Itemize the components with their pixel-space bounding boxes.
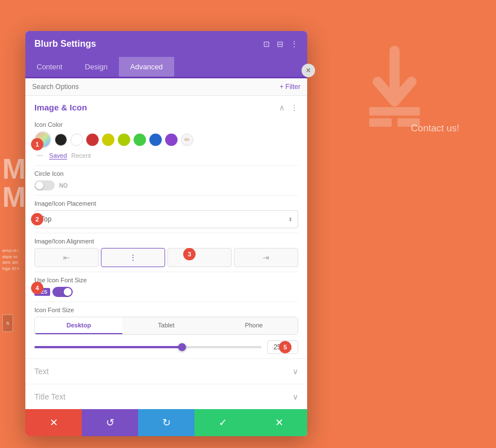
color-swatch-red[interactable] bbox=[86, 134, 99, 146]
yes-toggle-thumb bbox=[64, 288, 72, 296]
svg-rect-1 bbox=[369, 118, 392, 127]
section-header-image-icon: Image & Icon ∧ ⋮ bbox=[25, 96, 307, 117]
device-tab-tablet[interactable]: Tablet bbox=[122, 317, 210, 334]
circle-icon-no-label: NO bbox=[59, 183, 68, 189]
settings-panel: Blurb Settings ⊡ ⊟ ⋮ Content Design Adva… bbox=[25, 31, 307, 436]
alignment-label: Image/Icon Alignment bbox=[34, 238, 298, 245]
tab-content[interactable]: Content bbox=[25, 57, 74, 77]
align-center-btn[interactable]: ⋮ bbox=[101, 248, 165, 267]
panel-outside-close[interactable]: ✕ bbox=[302, 64, 315, 77]
section-header-controls: ∧ ⋮ bbox=[279, 103, 298, 112]
panel-tabs: Content Design Advanced bbox=[25, 57, 307, 78]
placement-select-wrapper: Top ⬍ bbox=[34, 210, 298, 228]
circle-icon-toggle[interactable] bbox=[34, 180, 55, 190]
icon-font-size-label: Icon Font Size bbox=[34, 307, 298, 313]
icon-font-size-setting: Icon Font Size Desktop Tablet Phone 250p… bbox=[25, 302, 307, 358]
tab-design[interactable]: Design bbox=[74, 57, 119, 77]
yes-toggle-switch[interactable] bbox=[52, 287, 73, 297]
icon-color-label: Icon Color bbox=[34, 121, 298, 128]
section-title: Image & Icon bbox=[34, 103, 87, 112]
bottom-toolbar: ✕ ↺ ↻ ✓ ✕ bbox=[25, 409, 307, 436]
placement-setting: Image/Icon Placement Top ⬍ bbox=[25, 196, 307, 233]
step-badge-4: 4 bbox=[31, 282, 43, 294]
undo-button[interactable]: ↺ bbox=[82, 409, 138, 436]
circle-icon-label: Circle Icon bbox=[34, 170, 298, 177]
slider-thumb[interactable] bbox=[178, 343, 186, 351]
icon-font-size-toggle-setting: Use Icon Font Size YES bbox=[25, 272, 307, 301]
delete-button[interactable]: ✕ bbox=[25, 409, 82, 436]
title-text-section-title: Title Text bbox=[34, 392, 65, 401]
cta-button[interactable]: S bbox=[2, 314, 13, 332]
contact-text: Contact us! bbox=[411, 123, 459, 134]
color-swatch-green[interactable] bbox=[134, 134, 146, 146]
slider-track[interactable] bbox=[34, 346, 262, 348]
left-letters: MM bbox=[2, 155, 26, 211]
search-input[interactable] bbox=[32, 83, 280, 91]
icon-font-size-toggle-label: Use Icon Font Size bbox=[34, 277, 298, 283]
title-text-section-chevron: ∨ bbox=[293, 392, 298, 401]
text-section-chevron: ∨ bbox=[293, 367, 298, 376]
circle-icon-toggle-row: NO bbox=[34, 180, 298, 190]
expand-icon[interactable]: ⊡ bbox=[263, 39, 270, 48]
collapse-icon[interactable]: ∧ bbox=[279, 103, 285, 112]
step-badge-5: 5 bbox=[279, 341, 291, 353]
color-swatch-yellow-green[interactable] bbox=[118, 134, 130, 146]
alignment-buttons: ⇤ ⋮ ⇥ bbox=[34, 248, 298, 267]
placement-label: Image/Icon Placement bbox=[34, 200, 298, 207]
slider-fill bbox=[34, 346, 182, 348]
columns-icon[interactable]: ⊟ bbox=[277, 39, 284, 48]
placement-select[interactable]: Top bbox=[34, 210, 298, 228]
title-text-section[interactable]: Title Text ∨ bbox=[25, 384, 307, 409]
more-dots[interactable]: ··· bbox=[37, 150, 42, 161]
color-swatch-purple[interactable] bbox=[165, 134, 178, 146]
more-icon[interactable]: ⋮ bbox=[290, 39, 298, 48]
device-tab-desktop[interactable]: Desktop bbox=[35, 317, 122, 334]
step-badge-3: 3 bbox=[183, 248, 196, 260]
toggle-thumb bbox=[36, 181, 43, 189]
color-swatches: ✏ bbox=[34, 131, 298, 148]
tab-advanced[interactable]: Advanced bbox=[119, 57, 174, 77]
search-bar: + Filter bbox=[25, 78, 307, 96]
saved-tab[interactable]: Saved bbox=[49, 152, 67, 159]
color-swatch-white[interactable] bbox=[70, 134, 83, 146]
redo-button[interactable]: ↻ bbox=[138, 409, 194, 436]
close-button[interactable]: ✕ bbox=[251, 409, 307, 436]
panel-title: Blurb Settings bbox=[34, 39, 96, 49]
panel-body: Image & Icon ∧ ⋮ Icon Color ✏ bbox=[25, 96, 307, 409]
step-badge-1: 1 bbox=[31, 138, 43, 150]
svg-rect-0 bbox=[369, 107, 420, 116]
alignment-setting: Image/Icon Alignment ⇤ ⋮ ⇥ bbox=[25, 233, 307, 272]
color-swatch-yellow[interactable] bbox=[102, 134, 114, 146]
device-tabs: Desktop Tablet Phone bbox=[34, 317, 298, 335]
align-left-btn[interactable]: ⇤ bbox=[34, 248, 99, 267]
align-outside-btn[interactable]: ⇥ bbox=[234, 248, 298, 267]
text-section[interactable]: Text ∨ bbox=[25, 358, 307, 384]
circle-icon-setting: Circle Icon NO bbox=[25, 166, 307, 195]
color-swatch-edit[interactable]: ✏ bbox=[181, 134, 193, 146]
color-swatch-blue[interactable] bbox=[149, 134, 162, 146]
recent-tab[interactable]: Recent bbox=[72, 152, 91, 159]
color-swatch-black[interactable] bbox=[55, 134, 67, 146]
download-icon bbox=[349, 39, 440, 130]
device-tab-phone[interactable]: Phone bbox=[210, 317, 298, 334]
panel-header: Blurb Settings ⊡ ⊟ ⋮ bbox=[25, 31, 307, 57]
slider-row: 250px bbox=[34, 340, 298, 354]
step-badge-2: 2 bbox=[31, 213, 43, 225]
text-section-title: Text bbox=[34, 367, 49, 376]
panel-header-icons: ⊡ ⊟ ⋮ bbox=[263, 39, 298, 48]
yes-toggle: YES bbox=[34, 287, 298, 297]
align-right-btn[interactable] bbox=[167, 248, 232, 267]
filter-button[interactable]: + Filter bbox=[280, 83, 300, 91]
icon-color-setting: Icon Color ✏ ··· Saved Recent bbox=[25, 117, 307, 165]
save-button[interactable]: ✓ bbox=[194, 409, 251, 436]
section-more-icon[interactable]: ⋮ bbox=[290, 103, 298, 112]
